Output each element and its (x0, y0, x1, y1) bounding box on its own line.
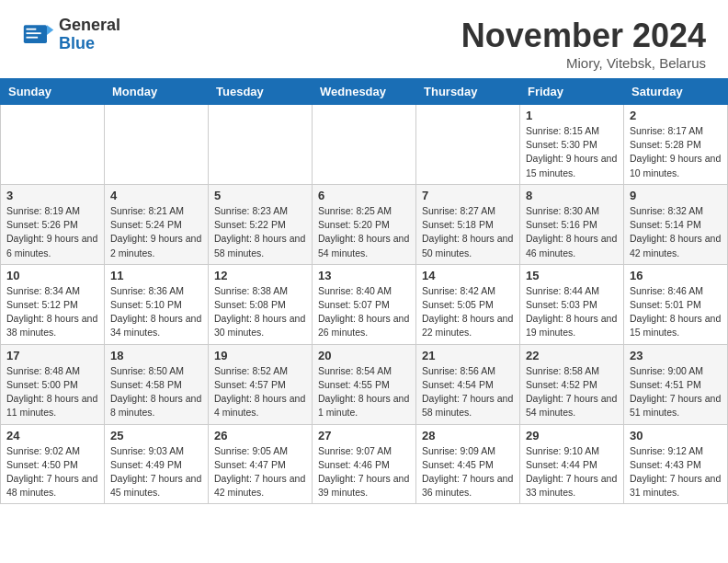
calendar-cell: 13Sunrise: 8:40 AM Sunset: 5:07 PM Dayli… (313, 264, 416, 344)
weekday-header-tuesday: Tuesday (209, 79, 313, 105)
day-number: 20 (318, 349, 410, 362)
calendar-row: 24Sunrise: 9:02 AM Sunset: 4:50 PM Dayli… (1, 424, 728, 504)
page-header: General Blue November 2024 Miory, Vitebs… (0, 0, 728, 78)
day-info: Sunrise: 8:58 AM Sunset: 4:52 PM Dayligh… (526, 364, 618, 420)
weekday-header-wednesday: Wednesday (313, 79, 416, 105)
calendar-row: 17Sunrise: 8:48 AM Sunset: 5:00 PM Dayli… (1, 344, 728, 424)
logo-text: General Blue (59, 17, 120, 53)
calendar-row: 10Sunrise: 8:34 AM Sunset: 5:12 PM Dayli… (1, 264, 728, 344)
calendar-cell: 6Sunrise: 8:25 AM Sunset: 5:20 PM Daylig… (313, 184, 416, 264)
day-info: Sunrise: 8:23 AM Sunset: 5:22 PM Dayligh… (214, 204, 306, 260)
day-info: Sunrise: 9:10 AM Sunset: 4:44 PM Dayligh… (526, 444, 618, 500)
title-area: November 2024 Miory, Vitebsk, Belarus (461, 17, 706, 71)
weekday-header-monday: Monday (105, 79, 209, 105)
calendar-cell: 18Sunrise: 8:50 AM Sunset: 4:58 PM Dayli… (105, 344, 209, 424)
day-number: 6 (318, 189, 410, 202)
day-number: 18 (110, 349, 202, 362)
calendar-cell (313, 105, 416, 185)
day-info: Sunrise: 8:44 AM Sunset: 5:03 PM Dayligh… (526, 284, 618, 340)
calendar-row: 1Sunrise: 8:15 AM Sunset: 5:30 PM Daylig… (1, 105, 728, 185)
day-info: Sunrise: 8:36 AM Sunset: 5:10 PM Dayligh… (110, 284, 202, 340)
day-number: 21 (422, 349, 514, 362)
day-number: 25 (110, 429, 202, 442)
svg-rect-2 (27, 29, 37, 30)
day-info: Sunrise: 9:05 AM Sunset: 4:47 PM Dayligh… (214, 444, 306, 500)
calendar-cell: 14Sunrise: 8:42 AM Sunset: 5:05 PM Dayli… (416, 264, 520, 344)
day-info: Sunrise: 8:25 AM Sunset: 5:20 PM Dayligh… (318, 204, 410, 260)
day-number: 7 (422, 189, 514, 202)
calendar-cell: 25Sunrise: 9:03 AM Sunset: 4:49 PM Dayli… (105, 424, 209, 504)
day-number: 10 (6, 269, 98, 282)
calendar-cell: 8Sunrise: 8:30 AM Sunset: 5:16 PM Daylig… (520, 184, 624, 264)
calendar-cell (105, 105, 209, 185)
weekday-header-sunday: Sunday (1, 79, 105, 105)
calendar-cell: 10Sunrise: 8:34 AM Sunset: 5:12 PM Dayli… (1, 264, 105, 344)
logo-icon (22, 18, 55, 52)
calendar-cell: 28Sunrise: 9:09 AM Sunset: 4:45 PM Dayli… (416, 424, 520, 504)
svg-marker-1 (47, 25, 53, 35)
day-info: Sunrise: 8:52 AM Sunset: 4:57 PM Dayligh… (214, 364, 306, 420)
day-number: 12 (214, 269, 306, 282)
day-number: 23 (630, 349, 722, 362)
weekday-header-friday: Friday (520, 79, 624, 105)
day-info: Sunrise: 9:00 AM Sunset: 4:51 PM Dayligh… (630, 364, 722, 420)
day-info: Sunrise: 9:09 AM Sunset: 4:45 PM Dayligh… (422, 444, 514, 500)
calendar-cell: 26Sunrise: 9:05 AM Sunset: 4:47 PM Dayli… (209, 424, 313, 504)
day-number: 11 (110, 269, 202, 282)
calendar-cell: 2Sunrise: 8:17 AM Sunset: 5:28 PM Daylig… (624, 105, 728, 185)
calendar-cell: 1Sunrise: 8:15 AM Sunset: 5:30 PM Daylig… (520, 105, 624, 185)
day-info: Sunrise: 8:54 AM Sunset: 4:55 PM Dayligh… (318, 364, 410, 420)
calendar-cell: 19Sunrise: 8:52 AM Sunset: 4:57 PM Dayli… (209, 344, 313, 424)
day-info: Sunrise: 8:40 AM Sunset: 5:07 PM Dayligh… (318, 284, 410, 340)
day-number: 22 (526, 349, 618, 362)
day-info: Sunrise: 8:46 AM Sunset: 5:01 PM Dayligh… (630, 284, 722, 340)
day-number: 2 (630, 109, 722, 122)
calendar-cell (209, 105, 313, 185)
day-number: 29 (526, 429, 618, 442)
calendar-cell: 3Sunrise: 8:19 AM Sunset: 5:26 PM Daylig… (1, 184, 105, 264)
day-info: Sunrise: 9:03 AM Sunset: 4:49 PM Dayligh… (110, 444, 202, 500)
day-number: 13 (318, 269, 410, 282)
calendar-cell: 21Sunrise: 8:56 AM Sunset: 4:54 PM Dayli… (416, 344, 520, 424)
calendar-cell: 29Sunrise: 9:10 AM Sunset: 4:44 PM Dayli… (520, 424, 624, 504)
day-number: 30 (630, 429, 722, 442)
calendar-cell: 20Sunrise: 8:54 AM Sunset: 4:55 PM Dayli… (313, 344, 416, 424)
calendar-row: 3Sunrise: 8:19 AM Sunset: 5:26 PM Daylig… (1, 184, 728, 264)
calendar-cell: 17Sunrise: 8:48 AM Sunset: 5:00 PM Dayli… (1, 344, 105, 424)
day-info: Sunrise: 8:30 AM Sunset: 5:16 PM Dayligh… (526, 204, 618, 260)
calendar-cell (1, 105, 105, 185)
day-info: Sunrise: 8:27 AM Sunset: 5:18 PM Dayligh… (422, 204, 514, 260)
day-info: Sunrise: 8:50 AM Sunset: 4:58 PM Dayligh… (110, 364, 202, 420)
day-info: Sunrise: 8:42 AM Sunset: 5:05 PM Dayligh… (422, 284, 514, 340)
day-info: Sunrise: 9:07 AM Sunset: 4:46 PM Dayligh… (318, 444, 410, 500)
location: Miory, Vitebsk, Belarus (461, 55, 706, 71)
day-number: 27 (318, 429, 410, 442)
day-number: 28 (422, 429, 514, 442)
day-number: 8 (526, 189, 618, 202)
day-number: 5 (214, 189, 306, 202)
calendar-cell: 27Sunrise: 9:07 AM Sunset: 4:46 PM Dayli… (313, 424, 416, 504)
calendar-cell (416, 105, 520, 185)
day-info: Sunrise: 8:34 AM Sunset: 5:12 PM Dayligh… (6, 284, 98, 340)
day-info: Sunrise: 8:15 AM Sunset: 5:30 PM Dayligh… (526, 124, 618, 180)
calendar-cell: 4Sunrise: 8:21 AM Sunset: 5:24 PM Daylig… (105, 184, 209, 264)
calendar-cell: 22Sunrise: 8:58 AM Sunset: 4:52 PM Dayli… (520, 344, 624, 424)
calendar-cell: 24Sunrise: 9:02 AM Sunset: 4:50 PM Dayli… (1, 424, 105, 504)
day-info: Sunrise: 9:12 AM Sunset: 4:43 PM Dayligh… (630, 444, 722, 500)
weekday-header-thursday: Thursday (416, 79, 520, 105)
day-info: Sunrise: 8:48 AM Sunset: 5:00 PM Dayligh… (6, 364, 98, 420)
calendar-cell: 16Sunrise: 8:46 AM Sunset: 5:01 PM Dayli… (624, 264, 728, 344)
day-number: 3 (6, 189, 98, 202)
calendar-cell: 5Sunrise: 8:23 AM Sunset: 5:22 PM Daylig… (209, 184, 313, 264)
logo: General Blue (22, 17, 120, 53)
day-number: 26 (214, 429, 306, 442)
day-number: 1 (526, 109, 618, 122)
calendar-cell: 23Sunrise: 9:00 AM Sunset: 4:51 PM Dayli… (624, 344, 728, 424)
day-number: 17 (6, 349, 98, 362)
day-number: 9 (630, 189, 722, 202)
calendar-header-row: SundayMondayTuesdayWednesdayThursdayFrid… (1, 79, 728, 105)
day-info: Sunrise: 8:17 AM Sunset: 5:28 PM Dayligh… (630, 124, 722, 180)
day-info: Sunrise: 8:19 AM Sunset: 5:26 PM Dayligh… (6, 204, 98, 260)
svg-rect-3 (27, 32, 41, 34)
month-title: November 2024 (461, 17, 706, 55)
